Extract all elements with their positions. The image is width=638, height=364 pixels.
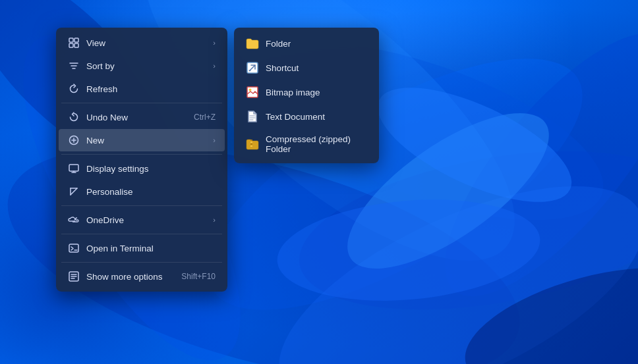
submenu-item-text-document-label: Text Document	[266, 112, 325, 122]
menu-item-show-more-label: Show more options	[86, 272, 175, 282]
svg-rect-18	[69, 165, 78, 171]
more-icon	[68, 271, 80, 282]
menu-item-sort-by-label: Sort by	[86, 61, 206, 71]
menu-item-show-more[interactable]: Show more options Shift+F10	[59, 265, 225, 288]
menu-item-personalise-label: Personalise	[86, 187, 216, 197]
context-menu: View › Sort by › Refresh Undo	[56, 28, 227, 292]
bitmap-icon	[246, 86, 259, 99]
svg-rect-24	[250, 140, 252, 141]
menu-item-display-settings[interactable]: Display settings	[59, 157, 225, 180]
onedrive-arrow-icon: ›	[213, 216, 216, 224]
svg-rect-15	[69, 43, 73, 47]
display-icon	[68, 163, 80, 174]
text-document-icon	[246, 110, 259, 123]
svg-rect-26	[250, 143, 252, 145]
submenu-item-bitmap-label: Bitmap image	[266, 88, 320, 97]
new-arrow-icon: ›	[213, 136, 216, 144]
svg-rect-13	[69, 38, 73, 42]
undo-new-shortcut: Ctrl+Z	[194, 113, 216, 122]
menu-item-onedrive[interactable]: OneDrive ›	[59, 209, 225, 231]
menu-item-undo-new-label: Undo New	[86, 113, 187, 122]
menu-item-sort-by[interactable]: Sort by ›	[59, 55, 225, 77]
undo-icon	[68, 111, 80, 123]
menu-item-open-terminal[interactable]: Open in Terminal	[59, 237, 225, 259]
terminal-icon	[68, 242, 80, 254]
view-arrow-icon: ›	[213, 39, 216, 47]
sort-icon	[68, 60, 80, 72]
grid-icon	[68, 37, 80, 49]
refresh-icon	[68, 83, 80, 95]
new-submenu: Folder Shortcut Bitmap image	[234, 28, 379, 163]
submenu-item-zip[interactable]: Compressed (zipped) Folder	[237, 129, 376, 159]
shortcut-icon	[246, 61, 259, 74]
svg-rect-16	[74, 43, 78, 47]
divider-1	[61, 103, 222, 103]
divider-2	[61, 154, 222, 155]
menu-item-display-settings-label: Display settings	[86, 164, 216, 174]
svg-rect-27	[250, 145, 252, 147]
submenu-item-folder-label: Folder	[266, 39, 291, 49]
divider-3	[61, 205, 222, 206]
onedrive-icon	[68, 214, 80, 226]
zip-folder-icon	[246, 138, 259, 151]
sort-arrow-icon: ›	[213, 62, 216, 70]
menu-item-personalise[interactable]: Personalise	[59, 180, 225, 203]
divider-5	[61, 262, 222, 263]
svg-rect-14	[74, 38, 78, 42]
show-more-shortcut: Shift+F10	[181, 272, 216, 281]
submenu-item-text-document[interactable]: Text Document	[237, 105, 376, 128]
svg-rect-25	[250, 142, 252, 143]
personalise-icon	[68, 186, 80, 197]
submenu-item-folder[interactable]: Folder	[237, 32, 376, 55]
svg-point-23	[249, 89, 252, 91]
submenu-item-shortcut-label: Shortcut	[266, 63, 299, 73]
menu-item-open-terminal-label: Open in Terminal	[86, 244, 216, 253]
svg-rect-19	[69, 244, 78, 252]
divider-4	[61, 234, 222, 234]
menu-item-new[interactable]: New ›	[59, 129, 225, 151]
folder-icon	[246, 37, 259, 50]
menu-item-view-label: View	[86, 38, 206, 48]
menu-item-onedrive-label: OneDrive	[86, 215, 206, 225]
menu-item-refresh-label: Refresh	[86, 84, 216, 94]
submenu-item-zip-label: Compressed (zipped) Folder	[266, 134, 367, 154]
new-icon	[68, 134, 80, 146]
menu-item-view[interactable]: View ›	[59, 32, 225, 54]
menu-item-undo-new[interactable]: Undo New Ctrl+Z	[59, 106, 225, 128]
submenu-item-shortcut[interactable]: Shortcut	[237, 56, 376, 80]
menu-item-refresh[interactable]: Refresh	[59, 78, 225, 100]
menu-item-new-label: New	[86, 136, 206, 145]
submenu-item-bitmap[interactable]: Bitmap image	[237, 80, 376, 104]
